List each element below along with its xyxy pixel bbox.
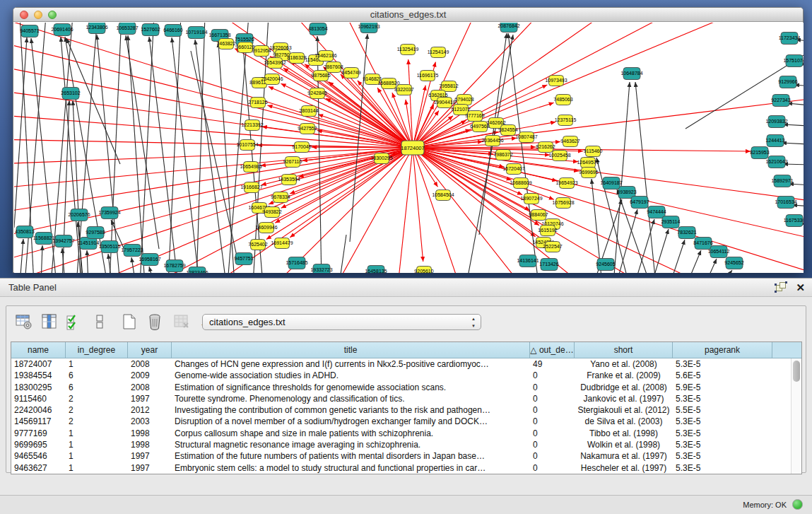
svg-text:9405571: 9405571 <box>20 28 39 33</box>
create-new-table-button[interactable] <box>119 311 140 332</box>
cell-title: Tourette syndrome. Phenomenology and cla… <box>172 393 530 404</box>
svg-text:7625402: 7625402 <box>248 242 267 247</box>
cell-title: Estimation of significance thresholds fo… <box>172 382 530 393</box>
cell-year: 1997 <box>128 462 172 474</box>
svg-text:19654923: 19654923 <box>555 180 577 185</box>
cell-year: 1997 <box>128 450 172 462</box>
table-row[interactable]: 946362711997Embryonic stem cells: a mode… <box>11 462 791 474</box>
svg-text:9205610: 9205610 <box>414 269 433 273</box>
svg-text:20691406: 20691406 <box>51 27 73 32</box>
table-row[interactable]: 946554611997Estimation of the future num… <box>11 450 791 462</box>
column-header-name[interactable]: name <box>11 342 66 358</box>
svg-text:7485063: 7485063 <box>553 97 572 102</box>
table-row[interactable]: 911546021997Tourette syndrome. Phenomeno… <box>11 393 791 404</box>
network-window-titlebar[interactable]: citations_edges.txt <box>13 8 803 22</box>
cell-title: Changes of HCN gene expression and I(f) … <box>172 358 530 370</box>
table-body: 1872400712008Changes of HCN gene express… <box>11 358 791 474</box>
svg-text:10962193: 10962193 <box>358 24 379 29</box>
svg-text:2522547: 2522547 <box>543 244 562 249</box>
cell-out_degree: 0 <box>530 439 575 450</box>
svg-text:1713426: 1713426 <box>539 262 558 267</box>
svg-text:10654112: 10654112 <box>708 249 730 254</box>
cell-name: 9699695 <box>11 439 66 450</box>
svg-text:9777169: 9777169 <box>465 113 484 118</box>
cell-title: Genome-wide association studies in ADHD. <box>172 370 530 381</box>
column-header-title[interactable]: title <box>172 342 530 358</box>
svg-text:8471676: 8471676 <box>693 240 712 245</box>
svg-text:20364456: 20364456 <box>481 138 503 143</box>
svg-text:6497568: 6497568 <box>470 124 489 129</box>
select-all-rows-button[interactable] <box>64 311 85 332</box>
cell-name: 19384554 <box>11 370 66 381</box>
svg-text:9463627: 9463627 <box>560 139 579 144</box>
memory-status-label: Memory: OK <box>743 501 787 509</box>
cell-title: Structural magnetic resonance image aver… <box>172 439 530 450</box>
cell-out_degree: 0 <box>530 382 575 393</box>
cell-short: Wolkin et al. (1998) <box>575 439 673 450</box>
delete-column-button[interactable] <box>171 311 192 332</box>
unselect-all-rows-button[interactable] <box>89 311 110 332</box>
svg-text:10025458: 10025458 <box>548 153 570 158</box>
svg-text:17359924: 17359924 <box>98 210 120 215</box>
cell-out_degree: 0 <box>530 462 575 474</box>
column-header-in_degree[interactable]: in_degree <box>66 342 128 358</box>
column-header-short[interactable]: short <box>575 342 673 358</box>
svg-text:8215953: 8215953 <box>750 150 769 155</box>
delete-table-button[interactable] <box>144 311 165 332</box>
cell-out_degree: 0 <box>530 404 575 416</box>
minimize-window-button[interactable] <box>34 11 42 19</box>
cell-pagerank: 5.3E-5 <box>673 393 772 404</box>
cell-year: 2003 <box>128 416 172 427</box>
svg-text:4813054: 4813054 <box>308 26 327 31</box>
cell-title: Investigating the contribution of common… <box>172 404 530 416</box>
scrollbar-thumb[interactable] <box>793 361 800 382</box>
cell-pagerank: 5.3E-5 <box>673 462 772 474</box>
svg-text:16782759: 16782759 <box>163 263 185 268</box>
status-bar: Memory: OK <box>0 495 812 514</box>
table-panel-titlebar: Table Panel ✕ <box>0 278 812 297</box>
svg-text:10653287: 10653287 <box>116 25 138 30</box>
modify-table-columns-button[interactable] <box>13 311 35 332</box>
column-header-pagerank[interactable]: pagerank <box>673 342 772 358</box>
svg-text:11675330: 11675330 <box>784 218 804 223</box>
svg-text:11325419: 11325419 <box>397 47 419 52</box>
table-row[interactable]: 2242004622012Investigating the contribut… <box>11 404 791 416</box>
svg-text:18907249: 18907249 <box>520 196 542 201</box>
svg-text:16458135: 16458135 <box>365 269 387 273</box>
table-row[interactable]: 1938455462009Genome-wide association stu… <box>11 370 791 381</box>
table-selector-dropdown[interactable]: citations_edges.txt ▲▼ <box>202 314 481 330</box>
table-row[interactable]: 969969511998Structural magnetic resonanc… <box>11 439 791 450</box>
float-panel-icon[interactable] <box>775 281 787 294</box>
column-header-out_degree[interactable]: △ out_de… <box>530 342 575 358</box>
svg-text:12093832: 12093832 <box>765 119 787 124</box>
svg-text:9245652: 9245652 <box>724 260 743 265</box>
svg-text:9493822: 9493822 <box>262 209 281 214</box>
svg-text:9875685: 9875685 <box>311 73 330 78</box>
svg-text:10756928: 10756928 <box>552 200 574 205</box>
svg-text:8938923: 8938923 <box>617 189 636 194</box>
zoom-window-button[interactable] <box>48 11 57 19</box>
svg-text:10973493: 10973493 <box>545 78 567 83</box>
cell-year: 1998 <box>128 428 172 439</box>
column-header-year[interactable]: year <box>128 342 172 358</box>
table-row[interactable]: 977716911998Corpus callosum shape and si… <box>11 428 791 439</box>
svg-text:9170049: 9170049 <box>292 144 311 149</box>
table-vertical-scrollbar[interactable] <box>791 358 801 474</box>
close-panel-icon[interactable]: ✕ <box>796 281 805 294</box>
svg-text:14136141: 14136141 <box>517 258 539 263</box>
svg-text:9115460: 9115460 <box>584 148 603 153</box>
cell-year: 2008 <box>128 358 172 370</box>
table-row[interactable]: 1872400712008Changes of HCN gene express… <box>11 358 791 370</box>
close-window-button[interactable] <box>20 11 28 19</box>
table-row[interactable]: 1830029562008Estimation of significance … <box>11 382 791 393</box>
cell-pagerank: 5.3E-5 <box>673 439 772 450</box>
show-hide-columns-button[interactable] <box>39 311 60 332</box>
cell-short: de Silva et al. (2003) <box>575 416 673 427</box>
cell-name: 9777169 <box>11 428 66 439</box>
cell-pagerank: 5.3E-5 <box>673 358 772 370</box>
svg-text:20876842: 20876842 <box>498 23 519 28</box>
cell-title: Estimation of the future numbers of pati… <box>172 450 530 462</box>
network-canvas[interactable]: 9405571206914061234380610653287152760264… <box>14 23 804 273</box>
table-row[interactable]: 1456911722003Disruption of a novel membe… <box>11 416 791 427</box>
memory-status-indicator[interactable] <box>792 499 803 510</box>
